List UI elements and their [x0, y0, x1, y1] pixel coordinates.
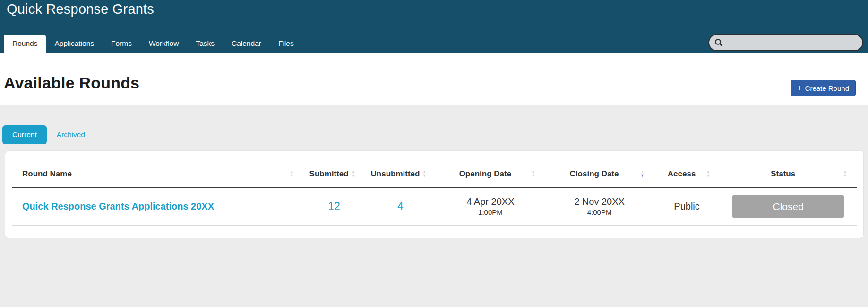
access-cell: Public	[654, 187, 720, 225]
opening-date: 4 Apr 20XX	[440, 196, 541, 207]
submitted-cell: 12	[303, 187, 365, 225]
opening-time: 1:00PM	[440, 208, 541, 216]
closing-date: 2 Nov 20XX	[549, 196, 650, 207]
status-cell: Closed	[720, 187, 857, 225]
sort-icon: ▲▼	[706, 170, 710, 177]
sort-desc-icon: ▼	[290, 174, 294, 177]
tab-forms[interactable]: Forms	[103, 35, 140, 53]
main-content: Current Archived Round Name ▲▼ Subm	[0, 105, 868, 307]
tab-files[interactable]: Files	[270, 35, 302, 53]
tab-calendar[interactable]: Calendar	[223, 35, 270, 53]
col-header-submitted[interactable]: Submitted ▲▼	[303, 151, 365, 187]
submitted-count-link[interactable]: 12	[328, 200, 340, 212]
col-label: Round Name	[22, 169, 72, 178]
tab-tasks[interactable]: Tasks	[187, 35, 223, 53]
table-row: Quick Response Grants Applications 20XX …	[12, 187, 857, 225]
tab-workflow[interactable]: Workflow	[140, 35, 187, 53]
search-icon	[714, 38, 723, 47]
create-round-button[interactable]: + Create Round	[791, 80, 856, 96]
sort-icon: ▲▼	[290, 170, 294, 177]
col-label: Status	[771, 169, 795, 178]
sort-icon: ▲▼	[422, 170, 427, 177]
page-heading: Available Rounds	[4, 74, 139, 92]
closing-date-cell: 2 Nov 20XX 4:00PM	[545, 187, 654, 225]
closing-time: 4:00PM	[549, 208, 650, 216]
sort-desc-icon: ▼	[422, 174, 427, 177]
sort-icon: ▲▼	[531, 170, 535, 177]
col-header-access[interactable]: Access ▲▼	[654, 151, 720, 187]
sort-desc-icon: ▼	[531, 174, 535, 177]
unsubmitted-count-link[interactable]: 4	[397, 200, 404, 212]
search-box[interactable]	[708, 34, 863, 51]
app-root: Quick Response Grants Rounds Application…	[0, 0, 868, 307]
sort-desc-icon: ▼	[351, 174, 355, 177]
col-header-round-name[interactable]: Round Name ▲▼	[12, 151, 303, 187]
col-label: Unsubmitted	[371, 169, 420, 178]
opening-date-cell: 4 Apr 20XX 1:00PM	[436, 187, 545, 225]
col-label: Closing Date	[570, 169, 619, 178]
app-title: Quick Response Grants	[7, 1, 154, 17]
tab-applications[interactable]: Applications	[46, 35, 103, 53]
sort-desc-icon: ▼	[706, 174, 710, 177]
col-label: Opening Date	[459, 169, 512, 178]
col-header-opening-date[interactable]: Opening Date ▲▼	[436, 151, 545, 187]
sort-icon: ▲▼	[843, 170, 847, 177]
col-header-closing-date[interactable]: Closing Date ▲▼	[545, 151, 654, 187]
status-badge: Closed	[732, 195, 844, 218]
page-bar: Available Rounds + Create Round	[0, 53, 868, 105]
tab-bar: Rounds Applications Forms Workflow Tasks…	[4, 35, 302, 53]
access-value: Public	[674, 201, 699, 211]
col-label: Submitted	[309, 169, 349, 178]
sort-desc-icon: ▼	[843, 174, 847, 177]
rounds-card: Round Name ▲▼ Submitted ▲▼ Unsubmitted ▲…	[5, 150, 864, 238]
sort-icon: ▲▼	[351, 170, 355, 177]
create-round-label: Create Round	[805, 84, 849, 92]
sort-desc-icon: ▼	[640, 174, 645, 177]
col-label: Access	[668, 169, 696, 178]
search-input[interactable]	[726, 39, 857, 47]
filter-current-button[interactable]: Current	[2, 125, 47, 144]
rounds-table: Round Name ▲▼ Submitted ▲▼ Unsubmitted ▲…	[12, 151, 857, 226]
filter-bar: Current Archived	[2, 125, 868, 144]
unsubmitted-cell: 4	[365, 187, 436, 225]
table-header-row: Round Name ▲▼ Submitted ▲▼ Unsubmitted ▲…	[12, 151, 857, 187]
col-header-status[interactable]: Status ▲▼	[720, 151, 857, 187]
tab-rounds[interactable]: Rounds	[4, 35, 46, 53]
col-header-unsubmitted[interactable]: Unsubmitted ▲▼	[365, 151, 436, 187]
filter-archived-link[interactable]: Archived	[57, 131, 85, 139]
plus-icon: +	[797, 84, 802, 92]
round-name-cell: Quick Response Grants Applications 20XX	[12, 187, 303, 225]
app-header: Quick Response Grants Rounds Application…	[0, 0, 868, 53]
round-name-link[interactable]: Quick Response Grants Applications 20XX	[22, 201, 214, 211]
sort-icon-active-desc: ▲▼	[640, 170, 645, 177]
